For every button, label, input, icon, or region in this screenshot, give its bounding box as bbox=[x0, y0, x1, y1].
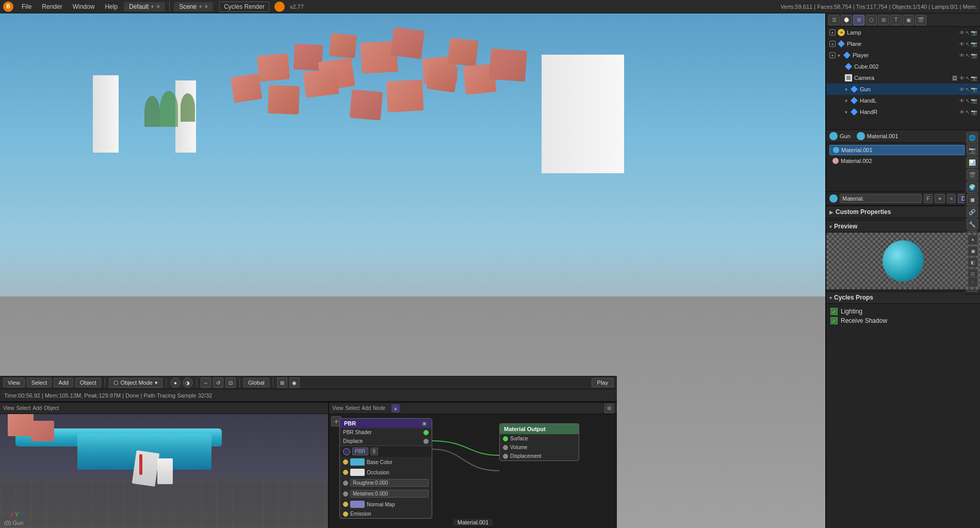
props-icon[interactable]: ⚙ bbox=[853, 15, 864, 25]
prop-tab-render[interactable]: 📷 bbox=[967, 144, 978, 156]
workspace-scene-plus[interactable]: + bbox=[199, 3, 202, 10]
gun-sel[interactable]: ↖ bbox=[966, 87, 970, 92]
node-select-btn[interactable]: Select bbox=[346, 405, 360, 411]
player-sel[interactable]: ↖ bbox=[966, 53, 970, 58]
menu-render[interactable]: Render bbox=[38, 2, 66, 11]
lighting-checkbox[interactable]: ✓ bbox=[830, 308, 838, 315]
clip-icon[interactable]: 🎬 bbox=[915, 15, 926, 25]
menu-file[interactable]: File bbox=[18, 2, 36, 11]
normalmap-swatch[interactable] bbox=[350, 501, 365, 508]
prop-tab-constraint[interactable]: 🔗 bbox=[967, 206, 978, 218]
plane-render[interactable]: 📷 bbox=[971, 41, 977, 47]
handr-render[interactable]: 📷 bbox=[971, 109, 977, 115]
lamp-vis[interactable]: 👁 bbox=[959, 30, 965, 36]
pbr-node[interactable]: PBR ▣ PBR Shader Displace bbox=[339, 418, 432, 519]
preview-plane-btn[interactable]: ◼ bbox=[968, 246, 978, 256]
displacement-socket[interactable] bbox=[503, 454, 508, 459]
player-expand[interactable]: ▾ bbox=[838, 53, 840, 58]
handr-expand[interactable]: ▾ bbox=[845, 109, 847, 115]
bl-object-btn[interactable]: Object bbox=[44, 405, 59, 411]
volume-socket[interactable] bbox=[503, 445, 508, 450]
outliner-icon[interactable]: ☰ bbox=[828, 15, 840, 25]
preview-scrollbar[interactable] bbox=[888, 285, 919, 287]
prop-tab-obj[interactable]: ◼ bbox=[967, 194, 978, 205]
metalness-field[interactable]: Metalnes:0.000 bbox=[350, 490, 429, 498]
prop-tab-world[interactable]: 🌍 bbox=[967, 182, 978, 193]
pbr-num-field[interactable]: 8 bbox=[370, 448, 379, 455]
scene-item-lamp[interactable]: ● ☀ Lamp 👁 ↖ 📷 bbox=[826, 27, 980, 38]
base-color-input-socket[interactable] bbox=[343, 459, 348, 465]
player-vis[interactable]: 👁 bbox=[959, 53, 965, 58]
prop-edit-btn[interactable]: ◉ bbox=[289, 377, 300, 388]
cam-render[interactable]: 📷 bbox=[971, 75, 977, 81]
gun-expand[interactable]: ▾ bbox=[845, 87, 847, 92]
pbr-shader-socket[interactable] bbox=[423, 430, 429, 435]
mat-name-field[interactable]: Material. bbox=[840, 194, 922, 203]
bl-view-btn[interactable]: View bbox=[3, 405, 14, 411]
preview-bg-btn[interactable]: ▫ bbox=[968, 277, 978, 287]
roughness-field[interactable]: Roughne:0.000 bbox=[350, 479, 429, 487]
workspace-scene-close[interactable]: × bbox=[204, 3, 208, 10]
node-zoom-fit[interactable]: ⊞ bbox=[605, 404, 614, 413]
output-node[interactable]: Material Output Surface Volume Displacem… bbox=[499, 423, 579, 461]
lamp-render[interactable]: 📷 bbox=[971, 30, 977, 36]
text-icon[interactable]: T bbox=[890, 15, 902, 25]
gun-vis[interactable]: 👁 bbox=[959, 87, 965, 92]
roughness-socket[interactable] bbox=[343, 481, 348, 486]
occlusion-socket[interactable] bbox=[343, 470, 348, 475]
node-icon[interactable]: ⬡ bbox=[865, 15, 877, 25]
plane-sel[interactable]: ↖ bbox=[966, 41, 970, 47]
mat-item-002[interactable]: Material.002 bbox=[829, 156, 965, 166]
bl-add-btn[interactable]: Add bbox=[32, 405, 42, 411]
node-node-btn[interactable]: Node bbox=[373, 405, 385, 411]
scene-item-gun[interactable]: ▾ Gun 👁 ↖ 📷 bbox=[826, 84, 980, 95]
lamp-vis-icon[interactable]: ● bbox=[829, 29, 836, 36]
receive-shadow-checkbox[interactable]: ✓ bbox=[830, 317, 838, 324]
workspace-tab-plus[interactable]: + bbox=[151, 3, 154, 10]
mat-item-001[interactable]: Material.001 bbox=[829, 145, 965, 155]
plane-vis[interactable]: 👁 bbox=[959, 41, 965, 47]
plane-vis-icon[interactable]: ● bbox=[829, 41, 836, 47]
emission-socket[interactable] bbox=[343, 512, 348, 517]
mat-new-btn[interactable]: + bbox=[935, 194, 945, 203]
cycles-props-header[interactable]: ▾ Cycles Props bbox=[826, 291, 980, 304]
handl-render[interactable]: 📷 bbox=[971, 98, 977, 104]
engine-selector[interactable]: Cycles Render bbox=[219, 2, 269, 12]
normalmap-socket[interactable] bbox=[343, 502, 348, 507]
coord-system[interactable]: Global bbox=[243, 378, 269, 387]
bottom-left-viewport[interactable]: X Y Z (0) Gun View Select Add Object bbox=[0, 403, 329, 528]
mode-selector[interactable]: ⬡ Object Mode ▾ bbox=[109, 378, 162, 388]
bl-select-btn[interactable]: Select bbox=[17, 405, 31, 411]
workspace-tab-scene[interactable]: Scene + × bbox=[174, 2, 213, 11]
play-btn[interactable]: Play bbox=[592, 378, 614, 387]
preview-header[interactable]: ▾ Preview bbox=[826, 220, 980, 233]
player-render[interactable]: 📷 bbox=[971, 53, 977, 58]
base-color-swatch[interactable] bbox=[350, 458, 365, 466]
pbr-displace-socket[interactable] bbox=[423, 439, 429, 444]
add-menu[interactable]: Add bbox=[54, 378, 73, 387]
handr-vis[interactable]: 👁 bbox=[959, 109, 965, 115]
mat-unlink-btn[interactable]: × bbox=[947, 194, 955, 203]
object-menu[interactable]: Object bbox=[75, 378, 101, 387]
scene-item-handl[interactable]: ▾ HandL 👁 ↖ 📷 bbox=[826, 95, 980, 106]
node-collapse[interactable]: ▣ bbox=[421, 420, 428, 426]
snap-btn[interactable]: ⊞ bbox=[277, 377, 287, 388]
handl-vis[interactable]: 👁 bbox=[959, 98, 965, 104]
pbr-type-socket[interactable] bbox=[343, 448, 350, 455]
shading-solid[interactable]: ● bbox=[170, 377, 181, 388]
handl-sel[interactable]: ↖ bbox=[966, 98, 970, 104]
cam-vis[interactable]: 👁 bbox=[959, 75, 965, 81]
handr-sel[interactable]: ↖ bbox=[966, 109, 970, 115]
rotate-manipulator[interactable]: ↺ bbox=[213, 377, 223, 388]
node-view-btn[interactable]: View bbox=[332, 405, 344, 411]
shading-material[interactable]: ◑ bbox=[183, 377, 193, 388]
timeline-icon[interactable]: ⌚ bbox=[841, 15, 852, 25]
scene-item-camera[interactable]: Camera 🖼 👁 ↖ 📷 bbox=[826, 72, 980, 84]
gun-render[interactable]: 📷 bbox=[971, 87, 977, 92]
custom-props-header[interactable]: ▶ Custom Properties bbox=[826, 206, 980, 218]
node-add-btn[interactable]: Add bbox=[362, 405, 371, 411]
mat-fake-user-btn[interactable]: F bbox=[924, 194, 933, 203]
pbr-type-btn[interactable]: PBR bbox=[352, 448, 368, 455]
menu-window[interactable]: Window bbox=[69, 2, 99, 11]
scene-item-handr[interactable]: ▾ HandR 👁 ↖ 📷 bbox=[826, 106, 980, 118]
